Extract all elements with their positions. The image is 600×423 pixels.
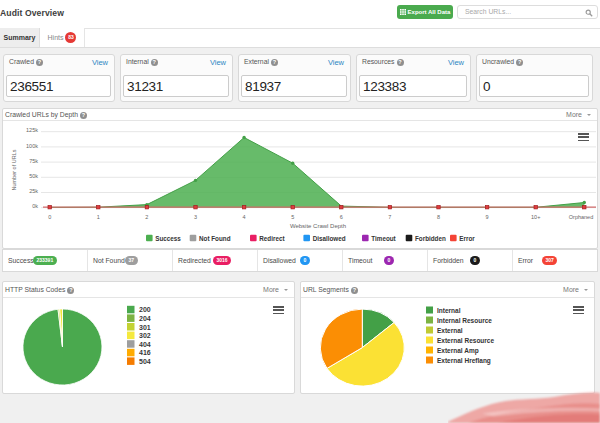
svg-text:10+: 10+ — [531, 214, 540, 220]
svg-text:100k: 100k — [26, 143, 38, 149]
svg-text:404: 404 — [139, 341, 151, 348]
svg-text:204: 204 — [139, 315, 151, 322]
svg-text:Timeout: Timeout — [371, 235, 396, 242]
svg-text:External Amp: External Amp — [437, 347, 479, 355]
svg-text:6: 6 — [340, 214, 343, 220]
svg-text:125k: 125k — [26, 127, 38, 133]
svg-text:0k: 0k — [32, 203, 38, 209]
svg-text:2: 2 — [145, 214, 148, 220]
svg-text:Success: Success — [155, 235, 181, 242]
svg-text:3: 3 — [194, 214, 197, 220]
svg-text:5: 5 — [291, 214, 294, 220]
svg-text:200: 200 — [139, 306, 151, 313]
svg-text:9: 9 — [486, 214, 489, 220]
svg-text:301: 301 — [139, 324, 151, 331]
svg-text:7: 7 — [388, 214, 391, 220]
svg-text:25k: 25k — [29, 188, 38, 194]
svg-text:Website Crawl Depth: Website Crawl Depth — [290, 223, 346, 229]
svg-text:0: 0 — [48, 214, 51, 220]
svg-text:504: 504 — [139, 358, 151, 365]
svg-text:External: External — [437, 327, 463, 334]
svg-text:External Hreflang: External Hreflang — [437, 357, 491, 365]
svg-text:302: 302 — [139, 332, 151, 339]
svg-text:75k: 75k — [29, 158, 38, 164]
svg-text:1: 1 — [97, 214, 100, 220]
svg-text:Disallowed: Disallowed — [313, 235, 346, 242]
svg-text:8: 8 — [437, 214, 440, 220]
svg-text:Error: Error — [459, 235, 475, 242]
svg-text:Forbidden: Forbidden — [415, 235, 446, 242]
svg-text:Redirect: Redirect — [259, 235, 285, 242]
svg-text:50k: 50k — [29, 173, 38, 179]
svg-text:4: 4 — [243, 214, 246, 220]
svg-text:Orphaned: Orphaned — [569, 214, 593, 220]
svg-text:Internal Resource: Internal Resource — [437, 317, 492, 324]
svg-text:416: 416 — [139, 349, 151, 356]
svg-text:Number of URLs: Number of URLs — [11, 149, 17, 190]
svg-text:Internal: Internal — [437, 307, 461, 314]
svg-text:Not Found: Not Found — [199, 235, 231, 242]
svg-text:External Resource: External Resource — [437, 337, 494, 344]
